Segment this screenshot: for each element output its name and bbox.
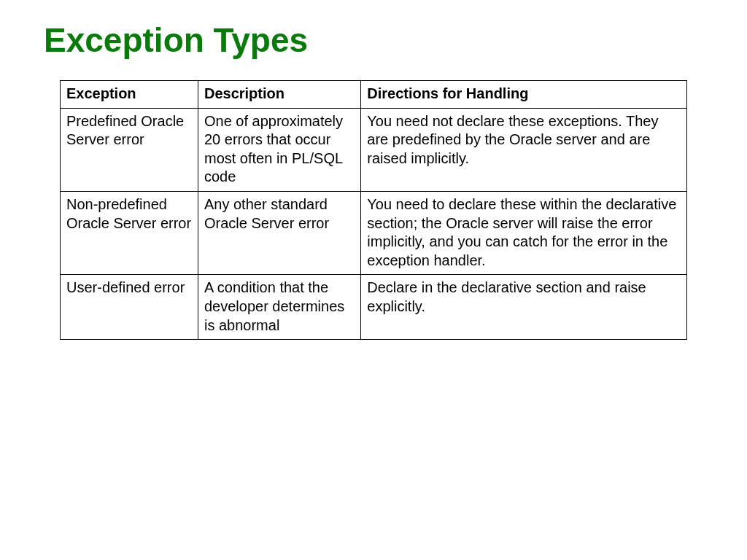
cell-directions: You need to declare these within the dec… — [361, 191, 687, 274]
table-container: Exception Description Directions for Han… — [42, 80, 705, 340]
table-row: Predefined Oracle Server error One of ap… — [61, 108, 687, 191]
cell-exception: Non-predefined Oracle Server error — [61, 191, 198, 274]
header-description: Description — [198, 81, 360, 109]
header-directions: Directions for Handling — [361, 81, 687, 109]
header-exception: Exception — [61, 81, 198, 109]
cell-description: Any other standard Oracle Server error — [198, 191, 360, 274]
table-row: Non-predefined Oracle Server error Any o… — [61, 191, 687, 274]
exception-types-table: Exception Description Directions for Han… — [60, 80, 687, 340]
page-title: Exception Types — [44, 20, 705, 60]
cell-directions: You need not declare these exceptions. T… — [361, 108, 687, 191]
table-row: User-defined error A condition that the … — [61, 275, 687, 340]
cell-exception: User-defined error — [61, 275, 198, 340]
cell-directions: Declare in the declarative section and r… — [361, 275, 687, 340]
cell-exception: Predefined Oracle Server error — [61, 108, 198, 191]
cell-description: A condition that the developer determine… — [198, 275, 360, 340]
cell-description: One of approximately 20 errors that occu… — [198, 108, 360, 191]
table-header-row: Exception Description Directions for Han… — [61, 81, 687, 109]
